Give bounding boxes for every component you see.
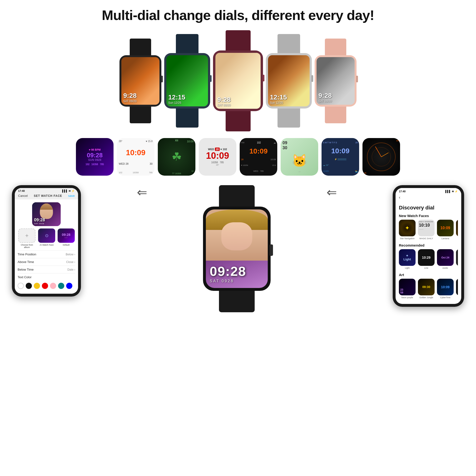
- watch-black: 9:28 SAT 09/20: [119, 38, 161, 123]
- face-golden-jungle[interactable]: 09:30 Golden Jungle: [418, 279, 435, 299]
- face-star-nav[interactable]: ✦ Star Navigation: [399, 220, 416, 240]
- center-time: 09:28: [210, 265, 264, 278]
- above-time-label: Above Time: [17, 260, 34, 264]
- right-arrow: ⇐: [326, 185, 337, 200]
- watch-navy: 12:15 Sun 12/25: [164, 34, 210, 128]
- digital-face-2: 28°♥ 15.8 10:09 WED 2830 10216358785: [117, 138, 154, 176]
- art-label: Art: [399, 273, 458, 277]
- digital-face-4: WED 28 ♥ 102 10:09 16358 785 28°: [199, 138, 236, 176]
- digital-face-6: 0930 🐱 〰: [281, 138, 318, 176]
- left-status-signal: ▌▌▌ ≋ ⚡: [62, 189, 75, 192]
- band-bot-5: [325, 107, 346, 123]
- preview-date: SAT 0928: [34, 222, 45, 225]
- page-header: Multi-dial change dials, different every…: [0, 0, 476, 28]
- time-overlay-1: 9:28 SAT 09/20: [123, 92, 136, 103]
- band-top-3: [226, 30, 251, 51]
- right-status-bar: 17:40 ▌▌▌ ≋ ⚡: [395, 188, 461, 194]
- below-time-value[interactable]: Date ›: [67, 268, 75, 271]
- default-label: Default: [63, 244, 70, 246]
- left-action-bar: Cancel SET WATCH FACE save: [15, 193, 78, 200]
- watch-screen-5: 9:28 SAT 09/20: [317, 57, 355, 105]
- add-box[interactable]: +: [18, 228, 35, 243]
- watch-face-preview[interactable]: 09:28 SAT 0928: [32, 202, 61, 226]
- right-status-signal: ▌▌▌ ≋ ⚡: [445, 190, 458, 193]
- left-phone-screen: 17:40 ▌▌▌ ≋ ⚡ Cancel SET WATCH FACE save: [15, 188, 78, 294]
- face-line[interactable]: 10:29 Line: [418, 249, 435, 270]
- band-bot-2: [176, 108, 199, 128]
- digital-faces-row: ♥ 98 BPM 09:28 SUN 0928 102 16358 785 28…: [0, 136, 476, 178]
- ai-face-label: AI Watch Face: [40, 244, 54, 246]
- back-button[interactable]: ‹: [395, 194, 461, 202]
- watch-body-4: 12:15 Sun 12/25: [266, 53, 312, 108]
- discovery-content: Discovery dial New Watch Faces ✦ Star Na…: [395, 202, 461, 304]
- band-top-1: [130, 38, 151, 55]
- face-cyber-time[interactable]: 10:09 CyberTime: [437, 279, 454, 299]
- color-red[interactable]: [42, 283, 48, 289]
- band-top-5: [325, 38, 346, 55]
- crown-4: [311, 75, 313, 82]
- band-bot-1: [130, 107, 151, 123]
- time-position-row: Time Position Below ›: [17, 250, 75, 258]
- default-option[interactable]: 09:28 SAT Default: [58, 228, 75, 249]
- left-status-bar: 17:40 ▌▌▌ ≋ ⚡: [15, 188, 78, 193]
- face-magic-daily[interactable]: DAILY WINDOW 10:10 _____ MAGIC DAILY: [418, 220, 435, 240]
- face-more-art[interactable]: ...: [456, 279, 458, 299]
- digital-face-1: ♥ 98 BPM 09:28 SUN 0928 102 16358 785: [76, 138, 114, 176]
- above-time-value[interactable]: Close ›: [66, 260, 75, 264]
- face-lantana[interactable]: 10:09 Lantana: [437, 220, 454, 240]
- center-band-top: [219, 185, 255, 206]
- color-teal[interactable]: [58, 283, 64, 289]
- watch-body-2: 12:15 Sun 12/25: [164, 53, 210, 108]
- watch-silver: 12:15 Sun 12/25: [266, 34, 312, 128]
- default-box[interactable]: 09:28 SAT: [58, 228, 75, 243]
- crown-2: [210, 75, 212, 82]
- below-time-row: Below Time Date ›: [17, 266, 75, 273]
- color-yellow[interactable]: [34, 283, 40, 289]
- center-date: SAT 0928: [210, 279, 264, 283]
- preview-time: 09:28: [34, 218, 45, 222]
- face-light[interactable]: ✦Light Light: [399, 249, 416, 270]
- watch-screen-2: 12:15 Sun 12/25: [166, 55, 208, 106]
- watch-screen-3: 9:28 SAT 09/20: [215, 53, 261, 109]
- cancel-button[interactable]: Cancel: [18, 194, 28, 198]
- color-white[interactable]: [17, 283, 24, 289]
- new-faces-grid: ✦ Star Navigation DAILY WINDOW 10:10 ___…: [399, 220, 458, 240]
- color-picker: [17, 281, 75, 291]
- choose-album-option[interactable]: + Choose from album: [18, 228, 36, 249]
- center-time-display: 09:28 SAT 0928: [210, 265, 264, 283]
- face-neon-purple[interactable]: 2359 Neon purple: [399, 279, 416, 299]
- face-exotic[interactable]: Oct 24 exotic: [437, 249, 454, 270]
- page-title: Multi-dial change dials, different every…: [5, 7, 471, 23]
- set-watchface-title: SET WATCH FACE: [34, 194, 62, 198]
- ai-face-option[interactable]: ⊙ AI Watch Face: [38, 228, 55, 249]
- right-phone: 17:40 ▌▌▌ ≋ ⚡ ‹ Discovery dial New Watch…: [393, 185, 464, 307]
- bottom-section: 17:40 ▌▌▌ ≋ ⚡ Cancel SET WATCH FACE save: [0, 180, 476, 317]
- time-position-value[interactable]: Below ›: [66, 253, 75, 256]
- text-color-row: Text Color: [17, 273, 75, 281]
- photo-face-4: 12:15 Sun 12/25: [268, 55, 310, 106]
- center-crown: [270, 244, 273, 256]
- top-watches-row: 9:28 SAT 09/20 12:15 Sun 12/25: [0, 28, 476, 134]
- color-black[interactable]: [26, 283, 32, 289]
- face-sun[interactable]: ☀ Sun: [456, 220, 458, 240]
- above-time-row: Above Time Close ›: [17, 258, 75, 266]
- left-phone-content: 09:28 SAT 0928 + Choose from album ⊙ AI: [15, 200, 78, 294]
- save-button[interactable]: save: [68, 194, 75, 198]
- time-position-label: Time Position: [17, 253, 36, 256]
- color-blue[interactable]: [66, 283, 72, 289]
- watch-screen-4: 12:15 Sun 12/25: [268, 55, 310, 106]
- watch-screen-1: 9:28 SAT 09/20: [121, 57, 159, 105]
- band-top-4: [277, 34, 300, 53]
- watch-body-3: 9:28 SAT 09/20: [213, 51, 263, 111]
- face-more-rec[interactable]: ...: [456, 249, 458, 270]
- right-status-time: 17:40: [399, 190, 406, 193]
- center-watch-body: 09:28 SAT 0928: [203, 206, 271, 291]
- color-pink[interactable]: [50, 283, 56, 289]
- ai-face-box[interactable]: ⊙: [38, 228, 55, 243]
- art-grid: 2359 Neon purple 09:30 Golden Jungle: [399, 279, 458, 299]
- new-faces-label: New Watch Faces: [399, 214, 458, 218]
- photo-face-1: 9:28 SAT 09/20: [121, 57, 159, 105]
- album-label: Choose from album: [18, 244, 36, 249]
- crown-5: [356, 76, 358, 82]
- watch-maroon: 9:28 SAT 09/20: [213, 30, 263, 131]
